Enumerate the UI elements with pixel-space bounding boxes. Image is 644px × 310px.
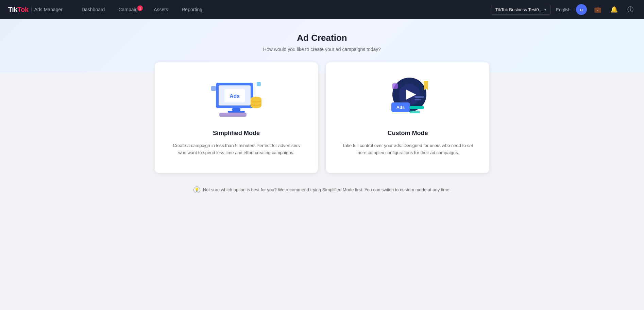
account-label: TikTok Business Test0...: [495, 7, 543, 12]
simplified-mode-illustration: Ads: [206, 76, 267, 120]
cards-section: Ads Simplified Mode: [135, 62, 509, 186]
navbar: TikTok Ads Manager Dashboard Campaign 1 …: [0, 0, 644, 19]
svg-marker-21: [424, 81, 428, 90]
brand: TikTok Ads Manager: [8, 6, 63, 14]
svg-rect-24: [414, 99, 421, 100]
custom-mode-title: Custom Mode: [388, 130, 428, 137]
nav-assets[interactable]: Assets: [148, 4, 173, 15]
svg-text:Ads: Ads: [230, 93, 240, 99]
svg-rect-7: [257, 82, 261, 86]
simplified-mode-title: Simplified Mode: [213, 130, 260, 137]
svg-rect-19: [410, 106, 424, 109]
language-selector[interactable]: English: [556, 7, 571, 12]
simplified-mode-card[interactable]: Ads Simplified Mode: [155, 62, 318, 173]
tip-row: 💡 Not sure which option is best for you?…: [0, 186, 644, 214]
custom-mode-illustration: Ads: [377, 76, 438, 120]
svg-rect-6: [211, 86, 216, 91]
page-title: Ad Creation: [8, 33, 636, 43]
svg-rect-20: [410, 111, 420, 113]
briefcase-icon[interactable]: 💼: [592, 4, 603, 15]
svg-rect-5: [228, 111, 245, 113]
navbar-right: TikTok Business Test0... ▾ English u 💼 🔔…: [491, 4, 636, 15]
user-avatar[interactable]: u: [576, 4, 587, 15]
svg-text:Ads: Ads: [396, 105, 405, 110]
nav-campaign[interactable]: Campaign 1: [113, 4, 146, 15]
svg-rect-23: [414, 96, 424, 98]
svg-rect-13: [219, 113, 247, 117]
custom-mode-card[interactable]: Ads Custom Mode Take full control over y…: [326, 62, 489, 173]
brand-ads-manager: Ads Manager: [31, 7, 63, 12]
svg-point-12: [251, 97, 261, 101]
campaign-badge: 1: [137, 5, 143, 11]
notification-icon[interactable]: 🔔: [609, 4, 620, 15]
nav-reporting[interactable]: Reporting: [176, 4, 208, 15]
svg-rect-4: [232, 108, 240, 111]
custom-mode-desc: Take full control over your ads. Designe…: [340, 142, 476, 157]
lightbulb-icon: 💡: [193, 186, 200, 193]
svg-rect-22: [392, 83, 398, 89]
simplified-mode-desc: Create a campaign in less than 5 minutes…: [168, 142, 304, 157]
brand-tiktok: TikTok: [8, 6, 29, 14]
account-selector[interactable]: TikTok Business Test0... ▾: [491, 5, 551, 15]
page-subtitle: How would you like to create your ad cam…: [8, 47, 636, 52]
main-nav: Dashboard Campaign 1 Assets Reporting: [76, 4, 491, 15]
tip-text: Not sure which option is best for you? W…: [203, 187, 451, 192]
main-content: Ad Creation How would you like to create…: [0, 19, 644, 214]
nav-dashboard[interactable]: Dashboard: [76, 4, 111, 15]
help-icon[interactable]: ⓘ: [625, 4, 636, 15]
chevron-down-icon: ▾: [544, 8, 546, 12]
